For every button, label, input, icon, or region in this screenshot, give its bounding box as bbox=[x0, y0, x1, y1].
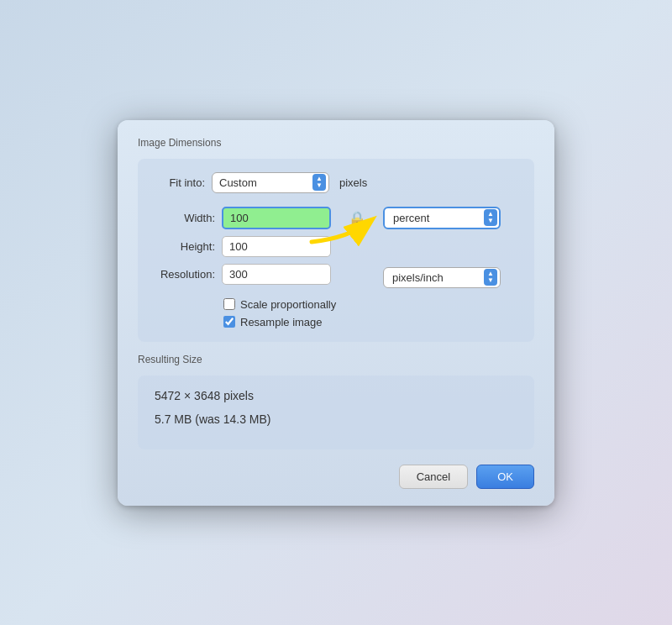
lock-icon: 🔒 bbox=[348, 210, 366, 228]
resolution-unit-select[interactable]: pixels/inch pixels/cm bbox=[383, 267, 501, 288]
fit-into-row: Fit into: Custom 640 × 480 800 × 600 102… bbox=[155, 172, 517, 193]
width-row: Width: bbox=[155, 207, 331, 229]
fields-area: Width: Height: Resolution: 🔒 bbox=[155, 207, 517, 288]
height-label: Height: bbox=[155, 240, 215, 253]
resample-image-checkbox[interactable] bbox=[223, 316, 235, 328]
scale-proportionally-checkbox[interactable] bbox=[223, 298, 235, 310]
lock-area: 🔒 bbox=[348, 207, 366, 228]
right-selects: percent pixels inches cm ▲ ▼ bbox=[383, 207, 501, 288]
image-dimensions-title: Image Dimensions bbox=[138, 137, 534, 149]
resolution-row: Resolution: bbox=[155, 264, 331, 285]
height-input[interactable] bbox=[222, 236, 331, 257]
buttons-row: Cancel OK bbox=[138, 465, 534, 489]
checkbox-area: Scale proportionally Resample image bbox=[223, 298, 517, 328]
resolution-input[interactable] bbox=[222, 264, 331, 285]
resolution-label: Resolution: bbox=[155, 268, 215, 281]
fit-into-select-wrapper[interactable]: Custom 640 × 480 800 × 600 1024 × 768 ▲ … bbox=[212, 172, 329, 193]
result-dimensions: 5472 × 3648 pixels bbox=[155, 389, 517, 402]
left-fields: Width: Height: Resolution: bbox=[155, 207, 331, 285]
scale-proportionally-row: Scale proportionally bbox=[223, 298, 517, 311]
height-spacer bbox=[383, 236, 501, 260]
percent-select-wrapper[interactable]: percent pixels inches cm ▲ ▼ bbox=[383, 207, 501, 229]
height-row: Height: bbox=[155, 236, 331, 257]
image-dimensions-section: Fit into: Custom 640 × 480 800 × 600 102… bbox=[138, 159, 534, 342]
resample-image-label: Resample image bbox=[240, 316, 323, 328]
ok-button[interactable]: OK bbox=[476, 465, 534, 489]
result-filesize: 5.7 MB (was 14.3 MB) bbox=[155, 412, 517, 426]
percent-select[interactable]: percent pixels inches cm bbox=[383, 207, 501, 229]
cancel-button[interactable]: Cancel bbox=[399, 465, 468, 489]
resample-image-row: Resample image bbox=[223, 316, 517, 328]
fit-into-select[interactable]: Custom 640 × 480 800 × 600 1024 × 768 bbox=[212, 172, 329, 193]
resulting-size-title: Resulting Size bbox=[138, 354, 534, 365]
pixels-label: pixels bbox=[339, 176, 367, 189]
scale-proportionally-label: Scale proportionally bbox=[240, 298, 336, 311]
right-col: percent pixels inches cm ▲ ▼ bbox=[383, 207, 501, 288]
image-dimensions-dialog: Image Dimensions Fit into: Custom 640 × … bbox=[118, 120, 554, 506]
width-input[interactable] bbox=[222, 207, 331, 229]
resolution-unit-select-wrapper[interactable]: pixels/inch pixels/cm ▲ ▼ bbox=[383, 267, 501, 288]
width-label: Width: bbox=[155, 212, 215, 224]
fit-into-label: Fit into: bbox=[155, 176, 205, 189]
result-section: 5472 × 3648 pixels 5.7 MB (was 14.3 MB) bbox=[138, 376, 534, 449]
